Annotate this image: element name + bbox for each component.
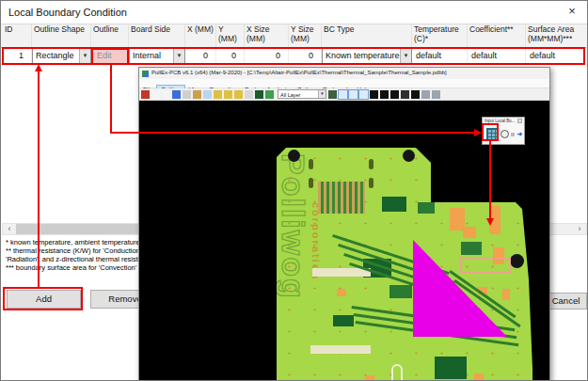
toolbar-icon[interactable] <box>162 90 170 99</box>
toolbar-icon[interactable] <box>151 90 160 99</box>
column-header: X Size (MM) <box>245 24 289 48</box>
annotation-line-to-palette <box>110 132 474 134</box>
dialog-title: Local Boundary Condition <box>8 7 127 18</box>
pcb-window-titlebar[interactable]: PollEx-PCB v6.1 (x64) (Mar-9-2020) - [C:… <box>139 68 549 79</box>
pcb-decor <box>369 178 373 188</box>
pcb-canvas[interactable]: Polliwog corporation Input Local Bo... ➜ <box>139 101 549 381</box>
annotation-line-edit-down <box>110 65 112 133</box>
boundary-small-tool-icon[interactable] <box>511 133 515 136</box>
pcb-board: Polliwog corporation <box>277 148 532 381</box>
toolbar-icon[interactable] <box>339 90 347 99</box>
annotation-arrow-down <box>486 218 494 226</box>
column-header: BC Type <box>322 24 412 48</box>
chevron-down-icon[interactable]: ▼ <box>318 90 326 98</box>
toolbar-icon[interactable] <box>370 90 378 99</box>
pcb-decor <box>474 373 484 381</box>
pcb-decor <box>333 315 354 326</box>
boundary-region-outline <box>460 258 511 273</box>
scroll-left-button[interactable]: ‹ <box>3 224 16 234</box>
pcb-decor <box>463 227 476 238</box>
column-header: Surface Area (MM*MM)*** <box>526 24 588 48</box>
pcb-decor <box>510 254 524 268</box>
pcb-decor <box>337 289 346 296</box>
column-header: Outline Shape <box>32 24 91 48</box>
toolbar-icon[interactable] <box>328 90 337 99</box>
pcb-decor <box>318 182 365 214</box>
column-header: Coefficient** <box>468 24 526 48</box>
footnote-1: * known temperature, ambient temperature <box>6 238 140 246</box>
footnote-2: ** thermal resistance (K/W) for 'Conduct… <box>6 246 143 255</box>
pcb-decor <box>391 364 403 381</box>
pcb-decor <box>389 285 412 298</box>
toolbar-icon[interactable] <box>390 90 399 99</box>
footnote-3: 'Radiation', and z-directional thermal r… <box>6 255 153 263</box>
column-header: Y (MM) <box>216 24 245 48</box>
toolbar-icon[interactable] <box>193 90 201 99</box>
column-header: X (MM) <box>185 24 216 48</box>
layer-selector-value: All Layer <box>280 91 300 99</box>
toolbar-icon[interactable] <box>432 90 440 99</box>
column-header: Outline <box>91 24 129 48</box>
pcb-decor <box>461 242 482 255</box>
toolbar-icon[interactable] <box>411 90 420 99</box>
pcb-decor <box>288 150 300 162</box>
column-header: Temperature (C)* <box>412 24 468 48</box>
pcb-decor <box>418 202 435 214</box>
column-header: Y Size (MM) <box>289 24 322 48</box>
toolbar-icon[interactable] <box>224 90 232 99</box>
annotation-palette-icon-highlight <box>482 123 499 141</box>
pcb-decor <box>365 375 374 381</box>
layer-selector[interactable]: All Layer▼ <box>278 89 326 99</box>
column-header: Board Side <box>129 24 185 48</box>
annotation-line-row-to-add <box>38 71 40 287</box>
pcb-decor <box>309 159 313 169</box>
toolbar-icon[interactable] <box>234 90 243 99</box>
toolbar-icon[interactable] <box>214 90 222 99</box>
pcb-window-title: PollEx-PCB v6.1 (x64) (Mar-9-2020) - [C:… <box>151 70 545 75</box>
annotation-line-palette-to-board <box>489 141 491 218</box>
toolbar-icon[interactable] <box>401 90 409 99</box>
pcb-decor <box>502 289 510 300</box>
toolbar-icon[interactable] <box>255 90 263 99</box>
pcb-decor <box>309 178 313 188</box>
toolbar-icon[interactable] <box>203 90 212 99</box>
app-icon <box>142 71 149 77</box>
column-header: ID <box>3 24 32 48</box>
annotation-row-highlight <box>2 47 585 65</box>
palette-close-icon[interactable] <box>517 119 522 123</box>
screen: Local Boundary Condition × IDOutline Sha… <box>0 0 588 381</box>
table-header: IDOutline ShapeOutlineBoard SideX (MM)Y … <box>1 24 588 48</box>
scroll-right-button[interactable]: › <box>573 224 586 234</box>
toolbar-icon[interactable] <box>141 90 150 99</box>
toolbar-icon[interactable] <box>380 90 389 99</box>
pcb-decor <box>403 150 415 162</box>
toolbar-icon[interactable] <box>183 90 191 99</box>
toolbar-icon[interactable] <box>421 90 430 99</box>
close-icon[interactable]: × <box>564 3 580 20</box>
toolbar-icon[interactable] <box>349 90 358 99</box>
annotation-arrow-up <box>35 64 42 71</box>
toolbar-icon[interactable] <box>172 90 181 99</box>
pcb-toolbar: All Layer▼ <box>139 88 549 101</box>
annotation-arrow-right <box>474 129 482 136</box>
pcb-decor <box>435 357 467 379</box>
pcb-menubar: FileSettingViewPropertiesToolsAnalysisOp… <box>139 79 549 88</box>
toolbar-icon[interactable] <box>245 90 253 99</box>
pcb-decor <box>310 345 371 354</box>
cancel-button[interactable]: Cancel <box>545 293 587 310</box>
toolbar-icon[interactable] <box>359 90 368 99</box>
pcb-decor <box>369 159 373 169</box>
pcb-decor <box>382 197 406 212</box>
footnote-4: *** boundary surface area for 'Convectio… <box>6 263 136 272</box>
toolbar-icon[interactable] <box>265 90 274 99</box>
boundary-circle-tool-icon[interactable] <box>501 130 509 138</box>
boundary-arrow-tool-icon[interactable]: ➜ <box>516 128 524 140</box>
annotation-add-button-highlight <box>3 287 83 310</box>
